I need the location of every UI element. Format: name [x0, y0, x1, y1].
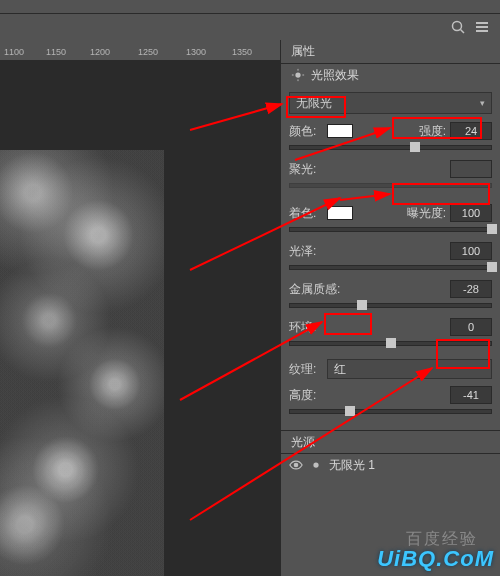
chevron-down-icon: ▾ — [480, 98, 485, 108]
texture-label: 纹理: — [289, 361, 327, 378]
exposure-slider[interactable] — [289, 224, 492, 236]
watermark: UiBQ.CoM — [377, 546, 494, 572]
ruler-tick: 1200 — [90, 47, 110, 57]
visibility-eye-icon[interactable] — [289, 458, 303, 472]
canvas-texture-preview[interactable] — [0, 150, 164, 576]
lighting-icon — [291, 68, 305, 82]
svg-rect-3 — [476, 26, 488, 28]
panel-body: 无限光 ▾ 颜色: 强度: 24 聚光: 着色: 曝光度: 100 — [281, 86, 500, 424]
gloss-value[interactable]: 100 — [450, 242, 492, 260]
texture-choice: 红 — [334, 361, 346, 378]
texture-dropdown[interactable]: 红 — [327, 359, 492, 379]
lights-section-label: 光源 — [291, 434, 315, 451]
horizontal-ruler: 1100 1150 1200 1250 1300 1350 1400 — [0, 40, 280, 60]
gloss-slider[interactable] — [289, 262, 492, 274]
svg-point-0 — [453, 22, 462, 31]
colorize-swatch[interactable] — [327, 206, 353, 220]
exposure-label: 曝光度: — [407, 205, 446, 222]
ruler-tick: 1150 — [46, 47, 66, 57]
texture-row: 纹理: 红 — [289, 358, 492, 380]
exposure-value[interactable]: 100 — [450, 204, 492, 222]
svg-rect-4 — [476, 30, 488, 32]
ambient-slider[interactable] — [289, 338, 492, 350]
ruler-tick: 1250 — [138, 47, 158, 57]
svg-point-5 — [295, 72, 300, 77]
panel-tab-properties[interactable]: 属性 — [281, 40, 500, 64]
metal-value[interactable]: -28 — [450, 280, 492, 298]
svg-point-11 — [313, 462, 318, 467]
properties-panel: 属性 光照效果 无限光 ▾ 颜色: 强度: 24 聚光: — [280, 40, 500, 576]
panel-header: 光照效果 — [281, 64, 500, 86]
focus-slider — [289, 180, 492, 192]
height-value[interactable]: -41 — [450, 386, 492, 404]
ambient-row: 环境: 0 — [289, 316, 492, 338]
ruler-tick: 1300 — [186, 47, 206, 57]
ambient-value[interactable]: 0 — [450, 318, 492, 336]
panel-tab-label: 属性 — [291, 43, 315, 60]
focus-row: 聚光: — [289, 158, 492, 180]
intensity-value[interactable]: 24 — [450, 122, 492, 140]
light-icon — [309, 458, 323, 472]
intensity-label: 强度: — [419, 123, 446, 140]
colorize-label: 着色: — [289, 205, 327, 222]
search-icon[interactable] — [450, 19, 466, 35]
height-slider[interactable] — [289, 406, 492, 418]
colorize-row: 着色: 曝光度: 100 — [289, 202, 492, 224]
title-bar — [0, 0, 500, 14]
light-list-item[interactable]: 无限光 1 — [281, 454, 500, 476]
color-swatch[interactable] — [327, 124, 353, 138]
gloss-row: 光泽: 100 — [289, 240, 492, 262]
lights-section-header: 光源 — [281, 430, 500, 454]
height-row: 高度: -41 — [289, 384, 492, 406]
metal-label: 金属质感: — [289, 281, 347, 298]
ambient-label: 环境: — [289, 319, 327, 336]
height-label: 高度: — [289, 387, 327, 404]
ruler-tick: 1350 — [232, 47, 252, 57]
color-row: 颜色: 强度: 24 — [289, 120, 492, 142]
canvas-area: 1100 1150 1200 1250 1300 1350 1400 — [0, 40, 280, 576]
light-item-label: 无限光 1 — [329, 457, 375, 474]
metal-slider[interactable] — [289, 300, 492, 312]
gloss-label: 光泽: — [289, 243, 327, 260]
focus-label: 聚光: — [289, 161, 327, 178]
panel-menu-icon[interactable] — [474, 19, 490, 35]
light-type-value: 无限光 — [296, 95, 332, 112]
panel-header-label: 光照效果 — [311, 67, 359, 84]
svg-point-10 — [294, 463, 298, 467]
metal-row: 金属质感: -28 — [289, 278, 492, 300]
color-label: 颜色: — [289, 123, 327, 140]
light-type-dropdown[interactable]: 无限光 ▾ — [289, 92, 492, 114]
svg-line-1 — [461, 30, 465, 34]
svg-rect-2 — [476, 22, 488, 24]
focus-value — [450, 160, 492, 178]
tool-options-bar — [0, 14, 500, 40]
ruler-tick: 1100 — [4, 47, 24, 57]
intensity-slider[interactable] — [289, 142, 492, 154]
